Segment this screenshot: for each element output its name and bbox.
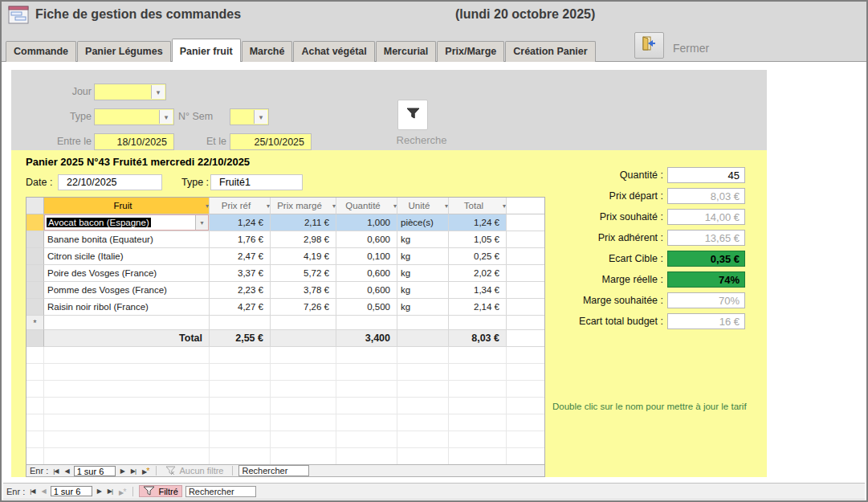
sort-filter-arrow-icon[interactable]: ▾: [393, 202, 397, 210]
cell-total[interactable]: 1,34 €: [449, 282, 507, 299]
cell-prix-marg-[interactable]: 2,11 €: [271, 214, 336, 231]
record-selector[interactable]: [26, 299, 44, 316]
cell-quantit-[interactable]: 1,000: [336, 214, 397, 231]
sort-filter-arrow-icon[interactable]: ▾: [332, 202, 336, 210]
tab-cr-ation-panier[interactable]: Création Panier: [505, 41, 595, 62]
cell-quantit-[interactable]: 0,600: [336, 265, 397, 282]
tab-prix-marge[interactable]: Prix/Marge: [437, 41, 504, 62]
fruit-combobox-cell[interactable]: Avocat bacon (Espagne)▾: [44, 214, 210, 231]
new-record-button[interactable]: ▶*: [117, 487, 127, 496]
tab-mercurial[interactable]: Mercurial: [376, 41, 437, 62]
cell-quantit-[interactable]: 0,500: [336, 299, 397, 316]
cell-quantit-[interactable]: 0,100: [336, 248, 397, 265]
cell-prix-r-f[interactable]: 4,27 €: [210, 299, 271, 316]
record-selector[interactable]: [26, 214, 44, 231]
close-button[interactable]: [634, 32, 664, 59]
tab-achat-v-g-tal[interactable]: Achat végétal: [293, 41, 374, 62]
cell-quantit-[interactable]: 0,600: [336, 231, 397, 248]
empty-cell[interactable]: [336, 316, 397, 330]
date-fin-field[interactable]: 25/10/2025: [230, 133, 312, 150]
cell-unit-[interactable]: kg: [397, 248, 449, 265]
no-filter-indicator[interactable]: Aucun filtre: [162, 466, 226, 476]
sort-filter-arrow-icon[interactable]: ▾: [445, 202, 448, 210]
first-record-button[interactable]: |◀: [51, 467, 59, 475]
sort-filter-arrow-icon[interactable]: ▾: [503, 202, 506, 210]
new-record-marker[interactable]: *: [26, 316, 44, 330]
cell-unit-[interactable]: kg: [397, 282, 449, 299]
last-record-button[interactable]: ▶|: [106, 488, 114, 495]
jour-combobox[interactable]: ▾: [94, 84, 166, 100]
tab-panier-fruit[interactable]: Panier fruit: [172, 39, 241, 62]
cell-fruit[interactable]: Poire des Vosges (France): [44, 265, 210, 282]
previous-record-button[interactable]: ◀: [39, 488, 47, 495]
column-header-total[interactable]: Total▾: [449, 198, 507, 214]
cell-unit-[interactable]: kg: [397, 299, 449, 316]
cell-total[interactable]: 2,02 €: [449, 265, 507, 282]
next-record-button[interactable]: ▶: [119, 467, 126, 475]
cell-prix-marg-[interactable]: 7,26 €: [271, 299, 336, 316]
field-quantité[interactable]: 45: [667, 167, 745, 183]
type-combobox[interactable]: ▾: [94, 108, 174, 125]
empty-cell[interactable]: [44, 316, 210, 330]
cell-total[interactable]: 1,24 €: [449, 214, 507, 231]
last-record-button[interactable]: ▶|: [129, 467, 137, 475]
cell-prix-r-f[interactable]: 2,47 €: [210, 248, 271, 265]
record-position[interactable]: 1 sur 6: [51, 486, 92, 496]
column-header-prix-r-f[interactable]: Prix réf▾: [210, 198, 271, 214]
cell-prix-r-f[interactable]: 1,24 €: [210, 214, 271, 231]
record-position[interactable]: 1 sur 6: [74, 466, 116, 476]
cell-total[interactable]: 0,25 €: [449, 248, 507, 265]
chevron-down-icon[interactable]: ▾: [195, 215, 208, 230]
cell-prix-marg-[interactable]: 4,19 €: [271, 248, 336, 265]
column-header-quantit-[interactable]: Quantité▾: [336, 198, 397, 214]
column-header-fruit[interactable]: Fruit▾: [44, 198, 210, 214]
select-all-corner[interactable]: [26, 198, 44, 214]
chevron-down-icon[interactable]: ▾: [254, 110, 267, 124]
cell-prix-marg-[interactable]: 3,78 €: [271, 282, 336, 299]
cell-unit-[interactable]: kg: [397, 265, 449, 282]
record-search-input[interactable]: Rechercher: [185, 486, 256, 497]
cell-fruit[interactable]: Pomme des Vosges (France): [44, 282, 210, 299]
cell-fruit[interactable]: Citron sicile (Italie): [44, 248, 210, 265]
cell-prix-marg-[interactable]: 5,72 €: [271, 265, 336, 282]
cell-prix-r-f[interactable]: 3,37 €: [210, 265, 271, 282]
first-record-button[interactable]: |◀: [28, 488, 36, 495]
empty-cell[interactable]: [397, 316, 449, 330]
record-search-input[interactable]: Rechercher: [238, 465, 309, 476]
cell-quantit-[interactable]: 0,600: [336, 282, 397, 299]
column-header-unit-[interactable]: Unité▾: [397, 198, 449, 214]
sort-filter-arrow-icon[interactable]: ▾: [267, 202, 270, 210]
next-record-button[interactable]: ▶: [96, 488, 103, 495]
empty-cell[interactable]: [449, 316, 507, 330]
type-field[interactable]: Fruité1: [210, 174, 303, 190]
record-selector[interactable]: [26, 231, 44, 248]
record-selector[interactable]: [26, 265, 44, 282]
semaine-combobox[interactable]: ▾: [230, 108, 269, 125]
tab-commande[interactable]: Commande: [6, 41, 76, 62]
cell-prix-r-f[interactable]: 1,76 €: [210, 231, 271, 248]
fruit-combobox[interactable]: Avocat bacon (Espagne)▾: [44, 214, 209, 231]
tab-march-[interactable]: Marché: [242, 41, 293, 62]
cell-prix-marg-[interactable]: 2,98 €: [271, 231, 336, 248]
cell-total[interactable]: 1,05 €: [449, 231, 507, 248]
tab-panier-l-gumes[interactable]: Panier Légumes: [77, 41, 171, 62]
record-selector[interactable]: [26, 248, 44, 265]
cell-unit-[interactable]: kg: [397, 231, 449, 248]
date-field[interactable]: 22/10/2025: [58, 174, 162, 190]
chevron-down-icon[interactable]: ▾: [151, 85, 165, 99]
date-debut-field[interactable]: 18/10/2025: [94, 133, 174, 150]
previous-record-button[interactable]: ◀: [63, 467, 70, 475]
filtered-indicator[interactable]: Filtré: [139, 485, 181, 497]
cell-prix-r-f[interactable]: 2,23 €: [210, 282, 271, 299]
chevron-down-icon[interactable]: ▾: [159, 110, 173, 124]
recherche-button[interactable]: [397, 100, 428, 130]
empty-cell[interactable]: [271, 316, 336, 330]
cell-fruit[interactable]: Raisin noir ribol (France): [44, 299, 210, 316]
empty-cell[interactable]: [210, 316, 271, 330]
close-button-label[interactable]: Fermer: [673, 42, 709, 55]
record-selector[interactable]: [26, 282, 44, 299]
sort-filter-arrow-icon[interactable]: ▾: [206, 202, 209, 210]
new-record-button[interactable]: ▶*: [141, 466, 150, 475]
cell-unit-[interactable]: pièce(s): [397, 214, 449, 231]
cell-fruit[interactable]: Banane bonita (Equateur): [44, 231, 210, 248]
